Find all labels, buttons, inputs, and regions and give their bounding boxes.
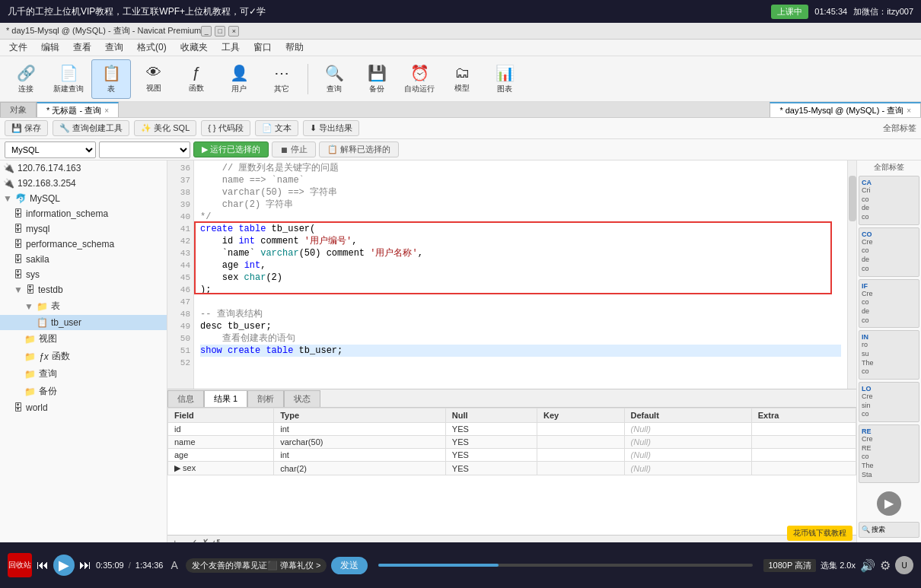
query-builder-button[interactable]: 🔧 查询创建工具 (53, 120, 129, 136)
menu-query[interactable]: 查询 (99, 40, 129, 56)
tab-day15[interactable]: * day15-Mysql @ (MySQL) - 查询 × (770, 102, 921, 117)
subtitle-btn[interactable]: A (170, 559, 177, 571)
tab-untitled-query[interactable]: * 无标题 - 查询 × (37, 102, 119, 117)
menu-help[interactable]: 帮助 (279, 40, 310, 56)
code-line-42: id int comment '用户编号', (200, 235, 841, 247)
app-icon-1[interactable]: 回收站 (8, 553, 32, 577)
sidebar-item-queries[interactable]: 📁 查询 (0, 365, 167, 383)
progress-bar[interactable] (378, 564, 753, 567)
tab-day15-close[interactable]: × (907, 106, 911, 115)
title-bar: * day15-Mysql @ (MySQL) - 查询 - Navicat P… (0, 23, 921, 40)
course-card-re[interactable]: RE CreREcoTheSta (859, 424, 919, 482)
menu-tools[interactable]: 工具 (215, 40, 246, 56)
sidebar-item-views[interactable]: 📁 视图 (0, 330, 167, 348)
code-line-51: show create table tb_user; (200, 345, 841, 357)
search-bar[interactable]: 🔍 搜索 (859, 522, 919, 538)
menu-file[interactable]: 文件 (3, 40, 33, 56)
course-card-lo[interactable]: LO Cresinco (859, 382, 919, 422)
card-if-title: IF (862, 282, 916, 290)
minimize-button[interactable]: _ (201, 26, 212, 37)
menu-view[interactable]: 查看 (67, 40, 97, 56)
table-selector[interactable] (99, 141, 190, 158)
settings-button[interactable]: ⚙ (880, 558, 891, 573)
extra-controls: A (170, 559, 177, 571)
toolbar-connect[interactable]: 🔗 连接 (6, 59, 46, 99)
result-tab-profiling[interactable]: 剖析 (247, 390, 284, 407)
result-tab-info[interactable]: 信息 (167, 390, 204, 407)
play-pause-button[interactable]: ▶ (53, 555, 75, 576)
course-card-in[interactable]: IN rosuTheco (859, 330, 919, 380)
maximize-button[interactable]: □ (215, 26, 225, 37)
sidebar-item-mysql[interactable]: ▼ 🐬 MySQL (0, 191, 167, 206)
toolbar-other[interactable]: ⋯ 其它 (262, 59, 301, 99)
sidebar-item-world[interactable]: 🗄 world (0, 400, 167, 415)
ip2-label: 192.168.3.254 (18, 178, 76, 189)
explain-button[interactable]: 📋 解释已选择的 (319, 141, 399, 157)
toolbar-function[interactable]: ƒ 函数 (177, 59, 216, 99)
beautify-sql-button[interactable]: ✨ 美化 SQL (134, 120, 196, 136)
next-button[interactable]: ⏭ (79, 558, 91, 572)
toolbar-user[interactable]: 👤 用户 (219, 59, 259, 99)
sidebar-item-information-schema[interactable]: 🗄 information_schema (0, 206, 167, 221)
speed-button[interactable]: 选集 2.0x (821, 560, 856, 571)
toolbar-new-query[interactable]: 📄 新建查询 (49, 59, 88, 99)
sidebar-item-functions[interactable]: 📁 ƒx 函数 (0, 348, 167, 365)
subtitle-text[interactable]: 发个友善的弹幕见证⬛ 弹幕礼仪 > (186, 558, 327, 573)
sidebar-item-tb-user[interactable]: 📋 tb_user (0, 315, 167, 330)
user-avatar[interactable]: U (895, 556, 913, 574)
result-table[interactable]: Field Type Null Key Default Extra id (167, 408, 856, 535)
sidebar-item-testdb[interactable]: ▼ 🗄 testdb (0, 282, 167, 297)
bottom-course-bar[interactable]: 花币钱下载教程 (787, 526, 852, 541)
sidebar-item-ip1[interactable]: 🔌 120.76.174.163 (0, 161, 167, 176)
cell-key (537, 462, 625, 475)
toolbar-backup[interactable]: 💾 备份 (357, 59, 397, 99)
stop-button[interactable]: ⏹ 停止 (272, 141, 316, 157)
sidebar-item-sys[interactable]: 🗄 sys (0, 267, 167, 282)
close-button[interactable]: × (228, 26, 239, 37)
sidebar-item-performance-schema[interactable]: 🗄 performance_schema (0, 237, 167, 252)
views-label: 视图 (39, 332, 57, 345)
save-button[interactable]: 💾 保存 (5, 120, 48, 136)
menu-favorites[interactable]: 收藏夹 (174, 40, 214, 56)
play-button[interactable]: ▶ (877, 491, 901, 516)
tab-objects[interactable]: 对象 (0, 102, 37, 117)
toolbar-autorun[interactable]: ⏰ 自动运行 (400, 59, 439, 99)
course-card-ca[interactable]: CA Cricodeco (859, 176, 919, 225)
code-editor[interactable]: 36 37 38 39 40 41 42 43 44 45 46 47 48 4… (167, 161, 856, 389)
toolbar-query-btn[interactable]: 🔍 查询 (314, 59, 354, 99)
tab-untitled-close[interactable]: × (104, 106, 109, 115)
db-selector[interactable]: MySQL (5, 141, 96, 158)
toolbar-model[interactable]: 🗂 模型 (442, 59, 482, 99)
code-content[interactable]: // 厘数列名是关键字的问题 name ==> `name` varchar(5… (194, 161, 847, 389)
menu-window[interactable]: 窗口 (247, 40, 278, 56)
sidebar-item-ip2[interactable]: 🔌 192.168.3.254 (0, 176, 167, 191)
menu-edit[interactable]: 编辑 (35, 40, 65, 56)
export-result-button[interactable]: ⬇ 导出结果 (303, 120, 359, 136)
prev-button[interactable]: ⏮ (37, 558, 49, 572)
quality-button[interactable]: 1080P 高清 (763, 559, 816, 572)
text-button[interactable]: 📄 文本 (255, 120, 298, 136)
card-ca-content: Cricodeco (862, 186, 916, 222)
scrollbar-thumb[interactable] (849, 176, 856, 221)
volume-button[interactable]: 🔊 (860, 558, 875, 573)
toolbar-chart[interactable]: 📊 图表 (485, 59, 524, 99)
sidebar-item-sakila[interactable]: 🗄 sakila (0, 252, 167, 267)
cell-key (537, 436, 625, 449)
result-tab-status[interactable]: 状态 (284, 390, 320, 407)
code-snippet-button[interactable]: { } 代码段 (201, 120, 250, 136)
send-button[interactable]: 发送 (331, 557, 368, 574)
toolbar-table[interactable]: 📋 表 (91, 59, 131, 99)
toolbar-view[interactable]: 👁 视图 (134, 59, 174, 99)
course-card-co[interactable]: CO Crecodeco (859, 227, 919, 277)
vertical-scrollbar[interactable] (847, 161, 856, 389)
sidebar-item-mysql-db[interactable]: 🗄 mysql (0, 221, 167, 237)
right-toolbar-section: 全部标签 (883, 122, 916, 134)
table-label: 表 (107, 84, 115, 94)
sidebar: 🔌 120.76.174.163 🔌 192.168.3.254 ▼ 🐬 MyS… (0, 161, 167, 565)
course-card-if[interactable]: IF Crecodeco (859, 279, 919, 329)
sidebar-item-tables-folder[interactable]: ▼ 📁 表 (0, 297, 167, 315)
menu-format[interactable]: 格式(0) (131, 40, 173, 56)
sidebar-item-backup[interactable]: 📁 备份 (0, 383, 167, 400)
run-selected-button[interactable]: ▶ 运行已选择的 (193, 141, 269, 157)
result-tab-result1[interactable]: 结果 1 (204, 390, 247, 407)
